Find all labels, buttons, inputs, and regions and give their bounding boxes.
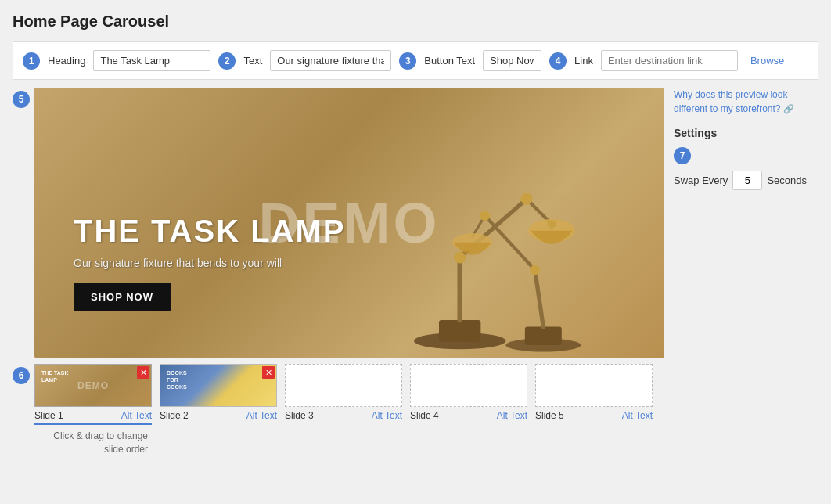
badge-5: 5: [13, 91, 30, 108]
page-title: Home Page Carousel: [13, 13, 818, 31]
slides-wrapper: THE TASKLAMP DEMO ✕ Slide 1 Alt Text: [34, 364, 664, 456]
slide-1-demo: DEMO: [77, 380, 109, 391]
slide-thumb-2[interactable]: BOOKSFORCOOKS ✕: [160, 364, 277, 407]
why-link[interactable]: Why does this preview look different to …: [674, 88, 818, 116]
slide-1-label: Slide 1: [34, 410, 63, 421]
heading-label: Heading: [48, 55, 85, 67]
settings-heading: Settings: [674, 127, 818, 139]
slide-thumb-4[interactable]: [410, 364, 527, 407]
slide-item-5: Slide 5 Alt Text: [535, 364, 653, 425]
slide-4-label: Slide 4: [410, 410, 439, 421]
heading-input[interactable]: [93, 50, 210, 71]
right-panel: Why does this preview look different to …: [674, 88, 818, 456]
slide-1-active-bar: [34, 423, 152, 425]
btn-text-label: Button Text: [424, 55, 475, 67]
swap-seconds-input[interactable]: [732, 171, 762, 190]
carousel-preview: THE TASK LAMP Our signature fixture that…: [34, 88, 664, 358]
carousel-subtext: Our signature fixture that bends to your…: [74, 257, 345, 269]
left-panel: 5: [13, 88, 664, 456]
page-wrapper: Home Page Carousel 1 Heading 2 Text 3 Bu…: [0, 0, 831, 504]
slide-3-label: Slide 3: [285, 410, 314, 421]
swap-row: 7: [674, 147, 818, 164]
drag-hint: Click & drag to change slide order: [34, 430, 148, 456]
slide-5-label: Slide 5: [535, 410, 564, 421]
slide-1-footer: Slide 1 Alt Text: [34, 410, 152, 421]
slide-3-footer: Slide 3 Alt Text: [285, 410, 402, 421]
svg-point-6: [454, 252, 466, 264]
slide-4-footer: Slide 4 Alt Text: [410, 410, 527, 421]
slide-thumb-3[interactable]: [285, 364, 402, 407]
slides-container: THE TASKLAMP DEMO ✕ Slide 1 Alt Text: [34, 364, 664, 425]
slide-2-thumb-text: BOOKSFORCOOKS: [167, 369, 187, 391]
badge-6: 6: [13, 367, 30, 384]
link-input[interactable]: [601, 50, 738, 71]
svg-rect-1: [439, 320, 480, 342]
slide-item-3: Slide 3 Alt Text: [285, 364, 402, 425]
slide-1-alt-text-link[interactable]: Alt Text: [121, 410, 152, 421]
svg-point-15: [530, 265, 540, 275]
slide-2-delete-button[interactable]: ✕: [262, 366, 275, 379]
badge-3: 3: [399, 52, 416, 70]
carousel-heading: THE TASK LAMP: [74, 214, 345, 249]
swap-label: Swap Every: [674, 175, 728, 186]
svg-point-8: [548, 220, 556, 229]
slide-4-alt-text-link[interactable]: Alt Text: [497, 410, 527, 421]
badge-7: 7: [674, 147, 691, 164]
slide-5-footer: Slide 5 Alt Text: [535, 410, 653, 421]
slide-1-delete-button[interactable]: ✕: [137, 366, 149, 379]
swap-every-row: Swap Every Seconds: [674, 171, 818, 190]
slide-item-2: BOOKSFORCOOKS ✕ Slide 2 Alt Text: [160, 364, 277, 425]
external-link-icon: 🔗: [783, 104, 794, 113]
carousel-shop-now-button[interactable]: SHOP NOW: [74, 283, 171, 311]
link-label: Link: [574, 55, 593, 67]
slide-item-4: Slide 4 Alt Text: [410, 364, 527, 425]
slides-section: 6 THE TASKLAMP DEMO ✕ Slide 1: [13, 364, 664, 456]
svg-point-7: [521, 193, 533, 205]
slide-3-alt-text-link[interactable]: Alt Text: [372, 410, 402, 421]
slide-thumb-5[interactable]: [535, 364, 653, 407]
btn-text-input[interactable]: [483, 50, 541, 71]
top-bar: 1 Heading 2 Text 3 Button Text 4 Link Br…: [13, 41, 818, 80]
badge-2: 2: [218, 52, 236, 70]
slide-1-thumb-text: THE TASKLAMP: [41, 369, 68, 383]
slide-2-alt-text-link[interactable]: Alt Text: [246, 410, 277, 421]
svg-point-16: [480, 211, 490, 221]
svg-rect-10: [525, 327, 562, 345]
carousel-image: THE TASK LAMP Our signature fixture that…: [34, 88, 664, 358]
slide-5-alt-text-link[interactable]: Alt Text: [622, 410, 653, 421]
browse-button[interactable]: Browse: [746, 52, 789, 70]
slide-2-label: Slide 2: [160, 410, 189, 421]
slide-2-footer: Slide 2 Alt Text: [160, 410, 277, 421]
carousel-content: THE TASK LAMP Our signature fixture that…: [74, 214, 345, 311]
carousel-section: 5: [13, 88, 664, 358]
text-label: Text: [243, 55, 262, 67]
main-area: 5: [13, 88, 818, 456]
text-input[interactable]: [270, 50, 391, 71]
seconds-label: Seconds: [767, 175, 807, 186]
slide-thumb-1[interactable]: THE TASKLAMP DEMO ✕: [34, 364, 152, 407]
lamp-svg: [351, 107, 602, 358]
svg-line-11: [535, 270, 544, 327]
slide-item-1: THE TASKLAMP DEMO ✕ Slide 1 Alt Text: [34, 364, 152, 425]
badge-4: 4: [549, 52, 567, 70]
svg-line-12: [485, 216, 535, 270]
badge-1: 1: [23, 52, 40, 70]
